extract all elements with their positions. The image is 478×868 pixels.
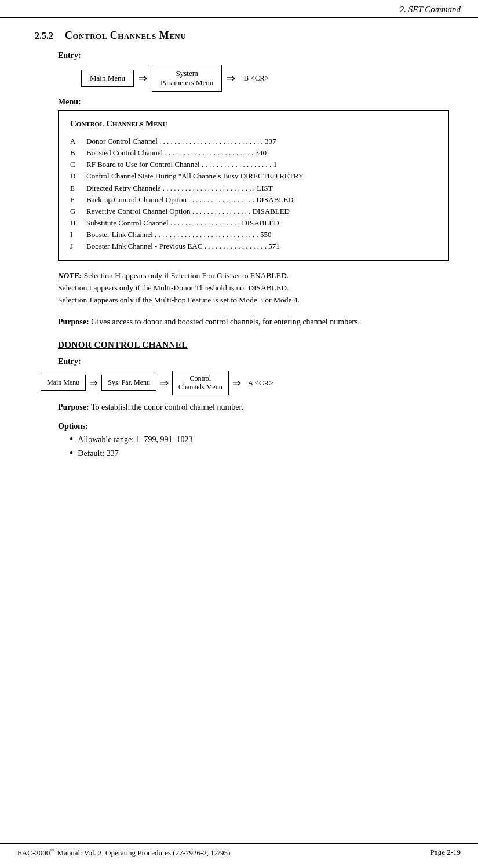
- menu-item: EDirected Retry Channels . . . . . . . .…: [70, 183, 437, 194]
- options-list: •Allowable range: 1–799, 991–1023•Defaul…: [58, 433, 455, 461]
- menu-item-text: Donor Control Channel . . . . . . . . . …: [86, 136, 276, 147]
- entry-flow-diagram: Main Menu ⇒ SystemParameters Menu ⇒ B <C…: [81, 65, 455, 92]
- menu-item: FBack-up Control Channel Option . . . . …: [70, 194, 437, 206]
- options-block: Options: •Allowable range: 1–799, 991–10…: [58, 420, 455, 461]
- donor-flow-arrow-2: ⇒: [160, 377, 169, 389]
- menu-item-text: Booster Link Channel . . . . . . . . . .…: [86, 229, 272, 240]
- note-text: Selection H appears only if Selection F …: [58, 271, 300, 304]
- note-block: NOTE: Selection H appears only if Select…: [58, 270, 449, 307]
- bullet-item: •Default: 337: [70, 447, 455, 461]
- menu-item-text: Back-up Control Channel Option . . . . .…: [86, 194, 293, 206]
- menu-item: JBooster Link Channel - Previous EAC . .…: [70, 240, 437, 252]
- menu-item-text: Booster Link Channel - Previous EAC . . …: [86, 240, 280, 252]
- menu-item: HSubstitute Control Channel . . . . . . …: [70, 217, 437, 229]
- donor-flow-arrow-1: ⇒: [89, 377, 98, 389]
- menu-item-letter: C: [70, 159, 81, 170]
- section-title: Control Channels Menu: [65, 30, 186, 42]
- menu-item-letter: B: [70, 147, 81, 159]
- menu-item: GRevertive Control Channel Option . . . …: [70, 206, 437, 217]
- note-keyword: NOTE:: [58, 271, 82, 280]
- menu-item-letter: G: [70, 206, 81, 217]
- donor-entry-label: Entry:: [58, 357, 455, 366]
- menu-item-text: Substitute Control Channel . . . . . . .…: [86, 217, 279, 229]
- flow-arrow-1: ⇒: [138, 72, 147, 85]
- purpose-text: Gives access to donor and boosted contro…: [89, 318, 360, 326]
- donor-flow-arrow-3: ⇒: [232, 377, 241, 389]
- donor-flow-text-acr: A <CR>: [248, 378, 273, 388]
- flow-arrow-2: ⇒: [227, 72, 235, 85]
- donor-flow-box-control-channels: ControlChannels Menu: [172, 371, 229, 395]
- menu-box-title: Control Channels Menu: [70, 119, 437, 129]
- menu-item-letter: I: [70, 229, 81, 240]
- section-heading: 2.5.2 Control Channels Menu: [35, 30, 455, 42]
- menu-label: Menu:: [58, 97, 455, 107]
- page-footer: EAC-2000™ Manual: Vol. 2, Operating Proc…: [0, 843, 478, 861]
- menu-item-text: Directed Retry Channels . . . . . . . . …: [86, 183, 273, 194]
- entry-label: Entry:: [58, 51, 455, 60]
- bullet-dot: •: [70, 447, 73, 461]
- bullet-dot: •: [70, 433, 73, 447]
- menu-item-letter: D: [70, 170, 81, 182]
- purpose-block: Purpose: Gives access to donor and boost…: [58, 316, 449, 329]
- flow-box-main-menu: Main Menu: [81, 70, 134, 87]
- menu-item: CRF Board to Use for Control Channel . .…: [70, 159, 437, 170]
- flow-text-bcr: B <CR>: [243, 74, 269, 83]
- donor-purpose-label: Purpose:: [58, 403, 89, 411]
- page-content: 2.5.2 Control Channels Menu Entry: Main …: [0, 18, 478, 482]
- option-text: Allowable range: 1–799, 991–1023: [78, 433, 192, 447]
- menu-item: IBooster Link Channel . . . . . . . . . …: [70, 229, 437, 240]
- option-text: Default: 337: [78, 447, 118, 461]
- menu-items-list: ADonor Control Channel . . . . . . . . .…: [70, 136, 437, 252]
- donor-heading: DONOR CONTROL CHANNEL: [58, 340, 455, 350]
- menu-item: BBoosted Control Channel . . . . . . . .…: [70, 147, 437, 159]
- bullet-item: •Allowable range: 1–799, 991–1023: [70, 433, 455, 447]
- menu-item: ADonor Control Channel . . . . . . . . .…: [70, 136, 437, 147]
- menu-item: DControl Channel State During "All Chann…: [70, 170, 437, 182]
- donor-purpose-text: To establish the donor control channel n…: [89, 403, 243, 411]
- menu-item-text: Boosted Control Channel . . . . . . . . …: [86, 147, 267, 159]
- menu-item-text: Control Channel State During "All Channe…: [86, 170, 304, 182]
- footer-right: Page 2-19: [430, 848, 461, 858]
- section-number: 2.5.2: [35, 31, 53, 41]
- menu-box: Control Channels Menu ADonor Control Cha…: [58, 110, 449, 261]
- donor-flow-box-main-menu: Main Menu: [41, 375, 86, 391]
- flow-box-system-params: SystemParameters Menu: [152, 65, 222, 92]
- options-label: Options:: [58, 420, 455, 433]
- menu-item-letter: A: [70, 136, 81, 147]
- menu-item-letter: H: [70, 217, 81, 229]
- page-header: 2. SET Command: [0, 0, 478, 18]
- menu-item-text: RF Board to Use for Control Channel . . …: [86, 159, 277, 170]
- menu-item-letter: F: [70, 194, 81, 206]
- donor-flow-box-sys-par: Sys. Par. Menu: [101, 375, 156, 391]
- menu-item-letter: J: [70, 240, 81, 252]
- footer-left: EAC-2000™ Manual: Vol. 2, Operating Proc…: [17, 848, 230, 858]
- donor-flow-diagram: Main Menu ⇒ Sys. Par. Menu ⇒ ControlChan…: [41, 371, 455, 395]
- menu-item-letter: E: [70, 183, 81, 194]
- header-text: 2. SET Command: [400, 5, 461, 14]
- purpose-label: Purpose:: [58, 318, 89, 326]
- menu-item-text: Revertive Control Channel Option . . . .…: [86, 206, 290, 217]
- donor-purpose-block: Purpose: To establish the donor control …: [58, 401, 449, 414]
